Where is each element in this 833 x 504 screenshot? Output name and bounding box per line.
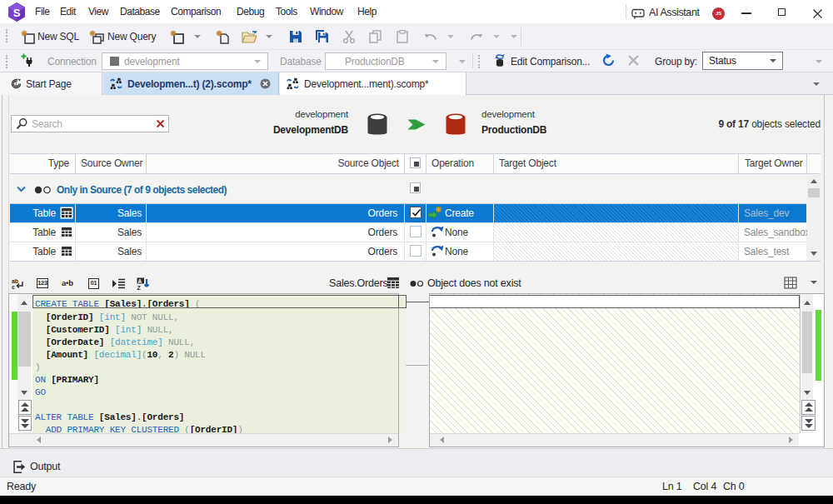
svg-text:A: A [138, 278, 142, 284]
svg-text:c: c [12, 284, 15, 290]
svg-text:S: S [13, 7, 21, 19]
svg-text:1: 1 [14, 81, 17, 87]
svg-text:ab: ab [12, 278, 18, 284]
svg-text:Z: Z [137, 285, 142, 291]
